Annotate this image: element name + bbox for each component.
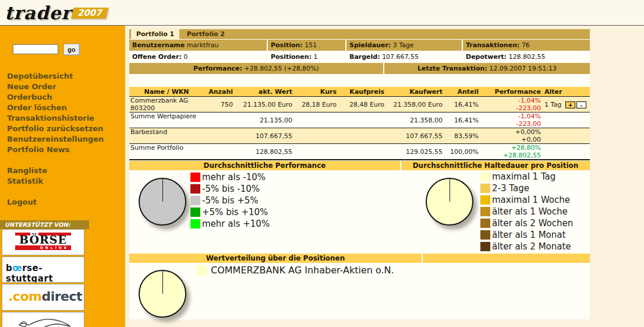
- kaufwert-value: 21.358,00 Euro: [387, 97, 445, 112]
- pie-slice-divider: [450, 179, 450, 202]
- table-row-barbestand: Barbestand 107.667,55 107.667,55 83,59% …: [129, 128, 590, 144]
- kaufwert-value: 107.667,55: [387, 128, 445, 144]
- wertverteilung-section: COMMERZBANK AG Inhaber-Aktien o.N.: [129, 263, 590, 319]
- content-column: Portfolio 1 Portfolio 2 Benutzername mar…: [129, 29, 590, 319]
- pie-charts-section: mehr als -10% -5% bis -10% -5% bis +5% +…: [129, 170, 590, 254]
- legend-item: mehr als -10%: [190, 171, 270, 183]
- bargeld-cell: Bargeld: 107.667,55: [346, 51, 462, 62]
- position-wkn: 803200: [130, 104, 203, 112]
- portfolio-tab-bar: Portfolio 1 Portfolio 2: [129, 29, 590, 40]
- legend-swatch: [480, 242, 490, 251]
- search-go-button[interactable]: go: [63, 44, 79, 55]
- letzte-transaktion-cell: Letzte Transaktion: 12.09.2007 19:51:13: [384, 63, 590, 74]
- sidebar-menu: Depotübersicht Neue Order Orderbuch Orde…: [7, 71, 121, 208]
- legend-item: COMMERZBANK AG Inhaber-Aktien o.N.: [196, 265, 394, 276]
- sidebar-item-logout[interactable]: Logout: [7, 197, 121, 208]
- akt-wert-value: 128.802,55: [235, 144, 295, 160]
- search-row: go: [13, 43, 80, 55]
- supported-by-label: UNTERSTÜTZT VON:: [0, 220, 89, 229]
- legend-item: -5% bis +5%: [190, 195, 270, 206]
- positionen-cell: Positionen: 1: [268, 51, 345, 62]
- sidebar-item-neue-order[interactable]: Neue Order: [7, 82, 121, 92]
- col-actions: [565, 87, 590, 97]
- col-anteil: Anteil: [445, 87, 481, 97]
- row-label: Summe Portfolio: [129, 144, 205, 160]
- legend-item: maximal 1 Tag: [480, 171, 573, 182]
- performance-value: +0,00% +0,00: [481, 128, 543, 144]
- top-band: trader2007: [0, 0, 644, 26]
- boerse-stuttgart-wordmark: bœrse-stuttgart: [6, 263, 80, 283]
- legend-swatch: [480, 230, 490, 240]
- kaufwert-value: 21.358,00: [387, 112, 445, 128]
- anteil-value: 16,41%: [445, 112, 481, 128]
- sidebar-item-benutzereinstellungen[interactable]: Benutzereinstellungen: [7, 134, 121, 145]
- sponsor-comdirect-logo[interactable]: .comdirect: [2, 284, 84, 311]
- sponsor-jaguar-logo[interactable]: [2, 312, 84, 327]
- legend-swatch: [480, 207, 490, 216]
- row-label: Summe Wertpapiere: [129, 112, 205, 128]
- legend-swatch: [480, 184, 490, 193]
- info-row-3: Performance: +28.802,55 (+28,80%) Letzte…: [129, 63, 590, 74]
- kurs-value: 28,18 Euro: [295, 97, 339, 112]
- wertverteilung-pie-chart: [139, 270, 186, 318]
- col-kurs: Kurs: [295, 87, 339, 97]
- col-name-wkn: Name / WKN: [129, 87, 205, 97]
- offene-order-cell: Offene Order: 0: [129, 51, 267, 62]
- legend-item: älter als 2 Monate: [480, 241, 573, 252]
- sidebar-item-rangliste[interactable]: Rangliste: [7, 166, 121, 176]
- kaufpreis-value: 28,48 Euro: [339, 97, 387, 112]
- info-row-1: Benutzername marktfrau Position: 151 Spi…: [129, 40, 590, 51]
- col-anzahl: Anzahl: [205, 87, 235, 97]
- wertverteilung-header-bar: Wertverteilung über die Positionen: [129, 254, 590, 263]
- position-cell: Position: 151: [268, 40, 345, 51]
- akt-wert-value: 21.135,00 Euro: [235, 97, 295, 112]
- main-area: Portfolio 1 Portfolio 2 Benutzername mar…: [125, 26, 644, 327]
- positions-table: Name / WKN Anzahl akt. Wert Kurs Kaufpre…: [129, 87, 590, 160]
- search-input[interactable]: [13, 44, 58, 54]
- legend-item: maximal 1 Woche: [480, 194, 573, 206]
- positions-header-row: Name / WKN Anzahl akt. Wert Kurs Kaufpre…: [129, 87, 590, 97]
- username-cell: Benutzername marktfrau: [129, 40, 267, 51]
- performance-cell: Performance: +28.802,55 (+28,80%): [129, 63, 383, 74]
- jaguar-icon: [11, 315, 75, 327]
- sidebar-item-portfolio-zuruecksetzen[interactable]: Portfolio zurücksetzen: [7, 124, 121, 134]
- haltedauer-chart-title: Durchschnittliche Haltedauer pro Positio…: [401, 161, 590, 170]
- sidebar-item-transaktionshistorie[interactable]: Transaktionshistorie: [7, 113, 121, 124]
- comdirect-wordmark: .comdirect: [8, 289, 84, 304]
- table-row-commerzbank: Commerzbank AG 803200 750 21.135,00 Euro…: [129, 97, 590, 112]
- sidebar-item-depotuebersicht[interactable]: Depotübersicht: [7, 71, 121, 82]
- col-performance: Performance: [481, 87, 543, 97]
- sidebar-item-order-loeschen[interactable]: Order löschen: [7, 103, 121, 113]
- legend-item: -5% bis -10%: [190, 183, 270, 195]
- sidebar-item-statistik[interactable]: Statistik: [7, 176, 121, 187]
- sponsor-boerse-online-logo[interactable]: BÖRSE ONLINE: [2, 229, 84, 255]
- sell-button[interactable]: -: [576, 101, 586, 108]
- legend-item: 2-3 Tage: [480, 182, 573, 194]
- menu-spacer: [7, 187, 121, 197]
- performance-value: -1,04% -223,00: [481, 112, 543, 128]
- anteil-value: 100,00%: [445, 144, 481, 160]
- sponsor-boerse-stuttgart-logo[interactable]: bœrse-stuttgart Wissen wo man handelt: [2, 256, 84, 283]
- tab-portfolio-2[interactable]: Portfolio 2: [182, 29, 230, 39]
- depotwert-cell: Depotwert: 128.802,55: [463, 51, 590, 62]
- position-name: Commerzbank AG 803200: [129, 97, 205, 112]
- anteil-value: 16,41%: [445, 97, 481, 112]
- wertverteilung-legend: COMMERZBANK AG Inhaber-Aktien o.N.: [196, 265, 394, 276]
- alter-value: 1 Tag: [543, 97, 565, 112]
- performance-legend: mehr als -10% -5% bis -10% -5% bis +5% +…: [190, 171, 270, 230]
- sidebar-item-orderbuch[interactable]: Orderbuch: [7, 92, 121, 103]
- haltedauer-pie-chart: [426, 178, 473, 226]
- tab-portfolio-1[interactable]: Portfolio 1: [131, 29, 179, 39]
- performance-value: +28,80% +28.802,55: [481, 144, 543, 160]
- logo-wordmark: trader: [5, 2, 71, 23]
- legend-swatch: [480, 195, 490, 205]
- app-logo: trader2007: [5, 2, 107, 23]
- wertverteilung-header-filler: [423, 254, 590, 263]
- legend-item: älter als 1 Woche: [480, 206, 573, 217]
- buy-more-button[interactable]: +: [565, 101, 575, 108]
- performance-value: -1,04% -223,00: [481, 97, 543, 112]
- sidebar-item-portfolio-news[interactable]: Portfolio News: [7, 145, 121, 155]
- performance-chart-title: Durchschnittliche Performance: [129, 161, 400, 170]
- col-alter: Alter: [543, 87, 565, 97]
- menu-spacer: [7, 155, 121, 166]
